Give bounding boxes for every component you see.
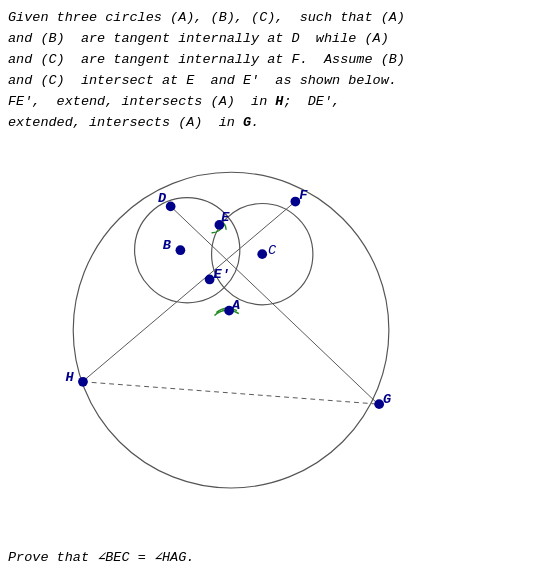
label-G: G <box>383 392 391 407</box>
label-A: A <box>231 298 240 313</box>
label-E: E <box>221 210 230 225</box>
svg-line-5 <box>171 206 380 405</box>
svg-point-13 <box>78 377 88 387</box>
svg-line-3 <box>83 382 379 404</box>
label-H: H <box>65 370 74 385</box>
line1: Given three circles (A), (B), (C), such … <box>8 8 534 29</box>
svg-point-9 <box>176 245 186 255</box>
svg-point-0 <box>73 172 389 488</box>
label-C: C <box>268 243 277 258</box>
prove-text: Prove that ∠BEC = ∠HAG. <box>8 550 194 565</box>
line4: and (C) intersect at E and E′ as shown b… <box>8 71 534 92</box>
svg-line-4 <box>80 202 295 384</box>
label-B: B <box>163 238 172 253</box>
label-F: F <box>299 188 308 203</box>
label-Eprime: E′ <box>214 267 230 282</box>
problem-text: Given three circles (A), (B), (C), such … <box>8 8 534 134</box>
line6: extended, intersects (A) in G. <box>8 113 534 134</box>
line5: FE′, extend, intersects (A) in H; DE′, <box>8 92 534 113</box>
svg-point-10 <box>257 249 267 259</box>
diagram: D F E B C E′ A H G <box>0 145 542 525</box>
line3: and (C) are tangent internally at F. Ass… <box>8 50 534 71</box>
line2: and (B) are tangent internally at D whil… <box>8 29 534 50</box>
prove-statement: Prove that ∠BEC = ∠HAG. <box>8 548 194 565</box>
svg-point-6 <box>166 202 176 212</box>
label-D: D <box>158 191 166 206</box>
